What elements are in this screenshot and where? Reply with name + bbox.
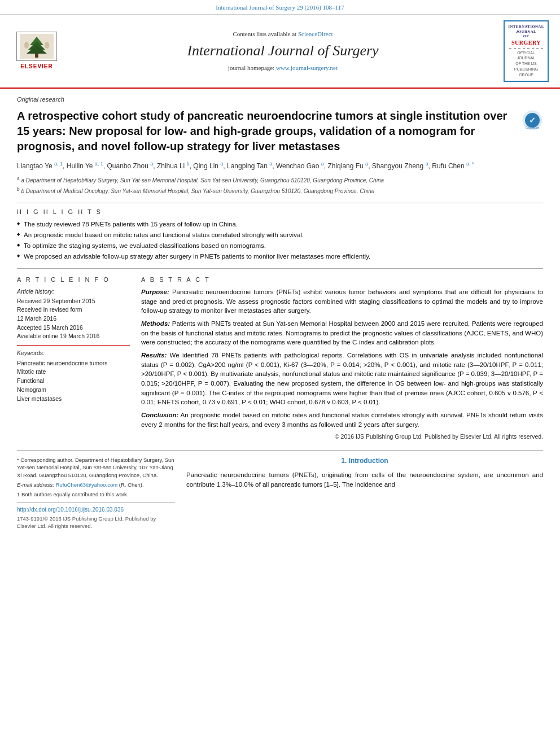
abstract-para-results: Results: We identified 78 PNETs patients… <box>141 351 543 407</box>
highlight-item-3: To optimize the staging systems, we eval… <box>17 241 543 250</box>
article-info-column: A R T I C L E I N F O Article history: R… <box>17 276 130 441</box>
affiliations-block: a a Department of Hepatobiliary Surgery,… <box>17 175 543 196</box>
abstract-label-conclusion: Conclusion: <box>141 412 178 418</box>
keyword-1: Mitotic rate <box>17 368 130 376</box>
sciencedirect-link[interactable]: ScienceDirect <box>298 30 333 37</box>
sciencedirect-line: Contents lists available at ScienceDirec… <box>69 30 497 38</box>
email-suffix: (R. Chen). <box>119 482 144 488</box>
two-column-section: A R T I C L E I N F O Article history: R… <box>17 276 543 441</box>
history-label: Article history: <box>17 287 130 296</box>
abstract-text-methods: Patients with PNETs treated at Sun Yat-s… <box>141 320 543 346</box>
section-divider-1 <box>17 203 543 203</box>
authors-line: Liangtao Ye a, 1, Huilin Ye a, 1, Quanbo… <box>17 160 543 172</box>
article-type: Original research <box>17 95 543 104</box>
section-divider-2 <box>17 268 543 269</box>
journal-badge: INTERNATIONALJOURNALOF SURGERY OFFICIAL … <box>504 20 549 81</box>
keyword-4: Liver metastases <box>17 395 130 403</box>
introduction-column: 1. Introduction Pancreatic neuroendocrin… <box>186 456 543 530</box>
email-line: E-mail address: RufuChen63@yahoo.com (R.… <box>17 481 175 488</box>
crossmark-icon: ✓ CrossMark <box>522 110 542 130</box>
elsevier-logo: ELSEVIER <box>11 32 62 71</box>
history-item-0: Received 29 September 2015 <box>17 297 130 305</box>
svg-point-6 <box>45 42 49 49</box>
highlights-heading: H I G H L I G H T S <box>17 208 543 216</box>
highlights-section: H I G H L I G H T S The study reviewed 7… <box>17 208 543 261</box>
svg-point-5 <box>24 42 29 49</box>
top-bar: International Journal of Surgery 29 (201… <box>0 0 560 15</box>
journal-header: ELSEVIER Contents lists available at Sci… <box>0 15 560 88</box>
crossmark-badge[interactable]: ✓ CrossMark <box>522 110 543 131</box>
abstract-para-purpose: Purpose: Pancreatic neuroendocrine tumor… <box>141 287 543 316</box>
abstract-para-methods: Methods: Patients with PNETs treated at … <box>141 319 543 347</box>
doi-line: http://dx.doi.org/10.1016/j.ijsu.2016.03… <box>17 506 175 514</box>
journal-citation: International Journal of Surgery 29 (201… <box>216 4 344 11</box>
svg-text:CrossMark: CrossMark <box>526 126 540 129</box>
journal-center-info: Contents lists available at ScienceDirec… <box>69 30 497 72</box>
introduction-heading: 1. Introduction <box>186 456 543 466</box>
email-address[interactable]: RufuChen63@yahoo.com <box>56 482 117 488</box>
journal-title: International Journal of Surgery <box>69 41 497 61</box>
history-item-4: Available online 19 March 2016 <box>17 332 130 340</box>
bottom-section: * Corresponding author. Department of He… <box>17 450 543 530</box>
homepage-line: journal homepage: www.journal-surgery.ne… <box>69 64 497 72</box>
issn-line: 1743-9191/© 2016 IJS Publishing Group Lt… <box>17 515 175 530</box>
history-divider <box>17 345 130 346</box>
copyright-line: © 2016 IJS Publishing Group Ltd. Publish… <box>141 433 543 441</box>
affiliation-b: b b Department of Medical Oncology, Sun … <box>17 186 543 195</box>
elsevier-brand-text: ELSEVIER <box>20 63 53 71</box>
footnote-divider <box>17 502 175 503</box>
abstract-column: A B S T R A C T Purpose: Pancreatic neur… <box>141 276 543 441</box>
introduction-text: Pancreatic neuroendocrine tumors (PNETs)… <box>186 470 543 489</box>
keyword-0: Pancreatic neuroendocrine tumors <box>17 359 130 368</box>
abstract-label-purpose: Purpose: <box>141 289 169 295</box>
highlight-item-4: We proposed an advisable follow-up strat… <box>17 252 543 261</box>
keyword-3: Nomogram <box>17 386 130 394</box>
abstract-label-results: Results: <box>141 352 167 359</box>
abstract-text-results: We identified 78 PNETs patients with pat… <box>141 352 543 405</box>
article-title-area: A retrospective cohort study of pancreat… <box>17 108 543 154</box>
highlight-item-2: An prognostic model based on mitotic rat… <box>17 230 543 239</box>
equal-contribution-note: 1 Both authors equally contributed to th… <box>17 491 175 498</box>
email-label: E-mail address: <box>17 482 54 488</box>
abstract-para-conclusion: Conclusion: An prognostic model based on… <box>141 410 543 429</box>
article-title: A retrospective cohort study of pancreat… <box>17 108 516 154</box>
abstract-label-methods: Methods: <box>141 320 170 327</box>
abstract-text-conclusion: An prognostic model based on mitotic rat… <box>141 412 543 428</box>
history-item-3: Accepted 15 March 2016 <box>17 324 130 332</box>
highlight-item-1: The study reviewed 78 PNETs patients wit… <box>17 220 543 229</box>
svg-text:✓: ✓ <box>529 116 536 125</box>
footnotes-column: * Corresponding author. Department of He… <box>17 456 175 530</box>
abstract-text-purpose: Pancreatic neuroendocrine tumors (PNETs)… <box>141 289 543 314</box>
abstract-heading: A B S T R A C T <box>141 276 543 284</box>
affiliation-a: a a Department of Hepatobiliary Surgery,… <box>17 175 543 185</box>
article-info-heading: A R T I C L E I N F O <box>17 276 130 284</box>
doi-link[interactable]: http://dx.doi.org/10.1016/j.ijsu.2016.03… <box>17 506 124 513</box>
article-history-block: Article history: Received 29 September 2… <box>17 287 130 340</box>
history-item-1: Received in revised form <box>17 305 130 314</box>
intro-body: Pancreatic neuroendocrine tumors (PNETs)… <box>186 471 543 488</box>
history-item-2: 12 March 2016 <box>17 314 130 323</box>
homepage-url[interactable]: www.journal-surgery.net <box>276 64 338 71</box>
keyword-2: Functional <box>17 377 130 385</box>
keywords-section: Keywords: Pancreatic neuroendocrine tumo… <box>17 349 130 403</box>
keywords-label: Keywords: <box>17 349 130 357</box>
corresponding-author-note: * Corresponding author. Department of He… <box>17 456 175 479</box>
